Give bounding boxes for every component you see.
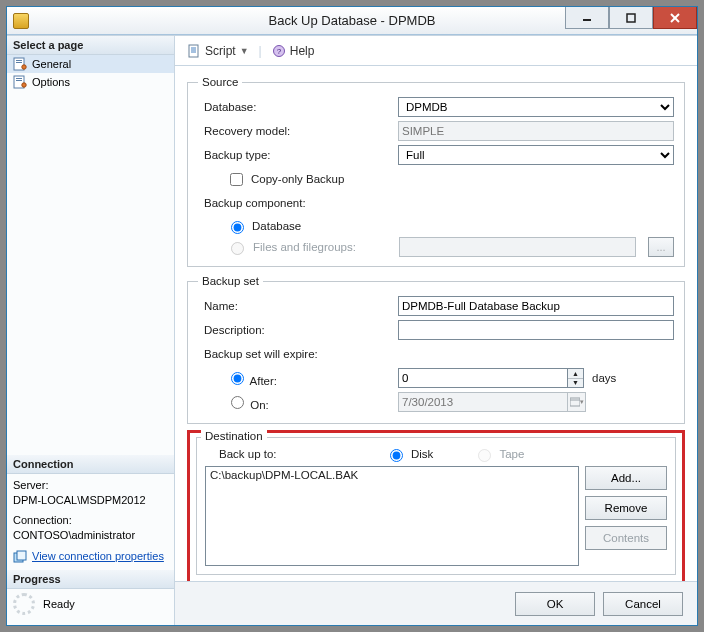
connection-header: Connection (7, 455, 174, 474)
component-database-radio[interactable] (231, 221, 244, 234)
backup-set-legend: Backup set (198, 275, 263, 287)
contents-button: Contents (585, 526, 667, 550)
backup-to-label: Back up to: (215, 448, 345, 460)
destination-path[interactable]: C:\backup\DPM-LOCAL.BAK (210, 469, 574, 481)
source-legend: Source (198, 76, 242, 88)
svg-rect-14 (189, 45, 198, 57)
spinner-up-icon[interactable]: ▲ (568, 369, 583, 379)
cancel-button[interactable]: Cancel (603, 592, 683, 616)
dest-tape-radio (478, 449, 491, 462)
properties-icon (13, 550, 27, 564)
server-label: Server: (13, 478, 168, 493)
spinner-down-icon[interactable]: ▼ (568, 379, 583, 388)
backup-component-label: Backup component: (198, 197, 398, 209)
page-icon (13, 75, 27, 89)
select-page-header: Select a page (7, 36, 174, 55)
page-options-label: Options (32, 76, 70, 88)
expire-on-input (398, 392, 568, 412)
destination-highlight: Destination Back up to: Disk Tape C:\bac… (187, 430, 685, 581)
copy-only-label: Copy-only Backup (251, 173, 344, 185)
backup-type-label: Backup type: (198, 149, 398, 161)
calendar-icon: ▾ (568, 392, 586, 412)
component-files-radio (231, 242, 244, 255)
recovery-model-field (398, 121, 674, 141)
help-icon: ? (272, 44, 286, 58)
view-connection-properties-link[interactable]: View connection properties (32, 549, 164, 564)
remove-button[interactable]: Remove (585, 496, 667, 520)
svg-point-7 (22, 65, 26, 69)
progress-spinner-icon (13, 593, 35, 615)
expire-after-radio[interactable] (231, 372, 244, 385)
expire-after-label: After: (250, 375, 277, 387)
filegroups-field (399, 237, 636, 257)
maximize-button[interactable] (609, 7, 653, 29)
expire-on-radio[interactable] (231, 396, 244, 409)
script-icon (187, 44, 201, 58)
database-label: Database: (198, 101, 398, 113)
dialog-window: Back Up Database - DPMDB Select a page G… (6, 6, 698, 626)
backup-set-group: Backup set Name: Description: Backup set… (187, 275, 685, 424)
svg-text:?: ? (277, 47, 282, 56)
expire-on-label: On: (250, 399, 269, 411)
add-button[interactable]: Add... (585, 466, 667, 490)
page-options[interactable]: Options (7, 73, 174, 91)
toolbar: Script ▼ | ? Help (175, 36, 697, 66)
expire-label: Backup set will expire: (198, 348, 398, 360)
destination-list[interactable]: C:\backup\DPM-LOCAL.BAK (205, 466, 579, 566)
svg-rect-17 (570, 398, 580, 406)
dialog-footer: OK Cancel (175, 581, 697, 625)
page-icon (13, 57, 27, 71)
chevron-down-icon: ▼ (240, 46, 249, 56)
database-select[interactable]: DPMDB (398, 97, 674, 117)
server-value: DPM-LOCAL\MSDPM2012 (13, 493, 168, 508)
svg-rect-9 (16, 78, 22, 79)
filegroups-browse-button: ... (648, 237, 674, 257)
dest-disk-radio[interactable] (390, 449, 403, 462)
svg-rect-1 (627, 14, 635, 22)
connection-label: Connection: (13, 513, 168, 528)
left-panel: Select a page General Options Connection… (7, 36, 175, 625)
component-database-label: Database (252, 220, 301, 232)
connection-value: CONTOSO\administrator (13, 528, 168, 543)
close-button[interactable] (653, 7, 697, 29)
progress-header: Progress (7, 570, 174, 589)
titlebar[interactable]: Back Up Database - DPMDB (7, 7, 697, 35)
svg-point-11 (22, 83, 26, 87)
source-group: Source Database: DPMDB Recovery model: B… (187, 76, 685, 267)
svg-rect-6 (16, 62, 22, 63)
recovery-model-label: Recovery model: (198, 125, 398, 137)
set-desc-label: Description: (198, 324, 398, 336)
expire-after-spinner[interactable]: ▲▼ (568, 368, 584, 388)
copy-only-checkbox[interactable] (230, 173, 243, 186)
svg-rect-13 (17, 551, 26, 560)
page-general[interactable]: General (7, 55, 174, 73)
minimize-button[interactable] (565, 7, 609, 29)
set-desc-input[interactable] (398, 320, 674, 340)
help-button[interactable]: ? Help (268, 42, 319, 60)
destination-legend: Destination (201, 430, 267, 442)
set-name-label: Name: (198, 300, 398, 312)
svg-rect-5 (16, 60, 22, 61)
svg-rect-10 (16, 80, 22, 81)
expire-after-input[interactable] (398, 368, 568, 388)
page-general-label: General (32, 58, 71, 70)
dest-tape-label: Tape (499, 448, 524, 460)
progress-status: Ready (43, 598, 75, 610)
dest-disk-label: Disk (411, 448, 433, 460)
days-label: days (592, 372, 616, 384)
ok-button[interactable]: OK (515, 592, 595, 616)
database-icon (13, 13, 29, 29)
set-name-input[interactable] (398, 296, 674, 316)
script-button[interactable]: Script ▼ (183, 42, 253, 60)
component-files-label: Files and filegroups: (253, 241, 393, 253)
backup-type-select[interactable]: Full (398, 145, 674, 165)
